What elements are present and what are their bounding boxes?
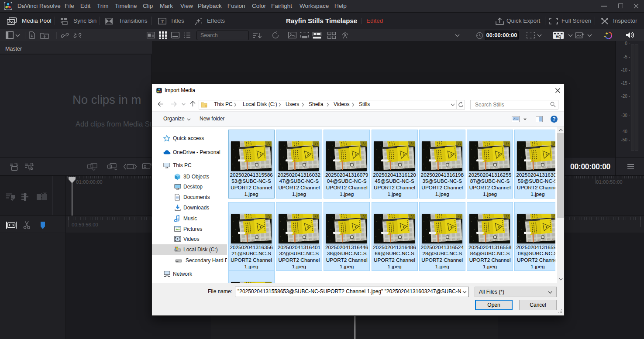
- svg-text:HQ: HQ: [556, 34, 561, 39]
- svg-text:T: T: [161, 19, 164, 24]
